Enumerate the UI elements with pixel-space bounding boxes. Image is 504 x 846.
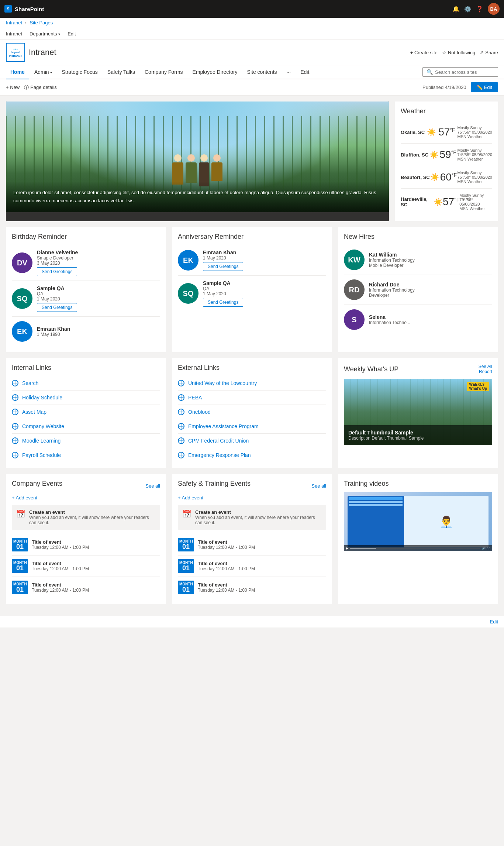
safety-events-see-all[interactable]: See all <box>311 483 326 489</box>
share-btn[interactable]: ↗ Share <box>480 50 498 55</box>
event-title: Title of event <box>32 539 89 545</box>
event-info: Title of event Tuesday 12:00 AM - 1:00 P… <box>198 582 255 593</box>
globe-icon <box>12 423 18 430</box>
nav-intranet[interactable]: Intranet <box>6 30 22 38</box>
edit-page-button[interactable]: ✏️ Edit <box>471 82 498 92</box>
footer-edit[interactable]: Edit <box>490 619 498 625</box>
site-nav-strategic-focus[interactable]: Strategic Focus <box>57 65 102 79</box>
internal-link-item[interactable]: Search <box>12 376 160 391</box>
weather-location-info: Okatie, SC <box>401 130 425 135</box>
site-nav-more[interactable]: ··· <box>282 65 296 79</box>
site-nav-edit[interactable]: Edit <box>296 65 314 79</box>
link-label: Moodle Learning <box>22 438 61 444</box>
link-label: Holiday Schedule <box>22 395 62 400</box>
external-link-item[interactable]: Emergency Response Plan <box>178 448 326 462</box>
send-greetings-btn[interactable]: Send Greetings <box>203 262 243 271</box>
weather-items: Okatie, SC ☀️ 57°F Mostly Sunny 75°/56° … <box>401 121 492 215</box>
link-label: Emergency Response Plan <box>188 452 251 458</box>
external-link-item[interactable]: United Way of the Lowcountry <box>178 376 326 391</box>
company-event-item: Month 01 Title of event Tuesday 12:00 AM… <box>12 577 160 598</box>
external-link-item[interactable]: PEBA <box>178 391 326 405</box>
see-all-link[interactable]: See All <box>479 364 492 369</box>
weather-temp-group: 59°F <box>440 149 456 161</box>
link-label: PEBA <box>188 395 202 400</box>
new-button[interactable]: + New <box>6 85 20 90</box>
event-day: 01 <box>179 565 193 571</box>
event-info: Title of event Tuesday 12:00 AM - 1:00 P… <box>32 561 89 571</box>
not-following-btn[interactable]: ☆ Not following <box>442 50 475 55</box>
hero-image: Lorem ipsum dolor sit amet, consectetur … <box>6 102 389 212</box>
share-icon: ↗ <box>480 50 484 55</box>
sun-icon: ☀️ <box>429 150 439 159</box>
safety-events-header: Safety & Training Events See all <box>178 480 326 492</box>
create-site-btn[interactable]: + Create site <box>410 50 438 55</box>
globe-icon <box>12 380 18 386</box>
internal-link-item[interactable]: Holiday Schedule <box>12 391 160 405</box>
internal-links-card: Internal Links Search Holiday Schedule A… <box>6 358 166 468</box>
safety-events-add[interactable]: + Add event <box>178 495 326 501</box>
send-greetings-btn[interactable]: Send Greetings <box>37 267 77 276</box>
internal-link-item[interactable]: Payroll Schedule <box>12 448 160 462</box>
new-hires-title: New Hires <box>344 233 492 241</box>
globe-icon <box>12 452 18 458</box>
site-nav-site-contents[interactable]: Site contents <box>243 65 282 79</box>
link-label: Search <box>22 380 38 386</box>
svg-text:S: S <box>7 7 9 11</box>
site-nav-safety-talks[interactable]: Safety Talks <box>103 65 139 79</box>
new-hires-list: KW Kat William Information Technology Mo… <box>344 245 492 334</box>
user-avatar[interactable]: BA <box>488 3 500 15</box>
event-time: Tuesday 12:00 AM - 1:00 PM <box>198 545 255 550</box>
external-links-title: External Links <box>178 364 326 372</box>
page-actions-right: Published 4/19/2020 ✏️ Edit <box>422 82 498 92</box>
site-title: Intranet <box>29 48 56 57</box>
event-title: Title of event <box>198 539 255 545</box>
external-link-item[interactable]: CPM Federal Credit Union <box>178 434 326 448</box>
company-events-see-all[interactable]: See all <box>145 483 160 489</box>
create-event-desc: When you add an event, it will show here… <box>29 515 156 525</box>
anniversary-person-item: SQ Sample QA QA 1 May 2020 Send Greeting… <box>178 276 326 311</box>
event-time: Tuesday 12:00 AM - 1:00 PM <box>32 566 89 571</box>
person-info: Emraan Khan 1 May 1990 <box>37 326 160 337</box>
internal-link-item[interactable]: Moodle Learning <box>12 434 160 448</box>
page-details-button[interactable]: ⓘ Page details <box>24 84 57 91</box>
reminders-section: Birthday Reminder DV Dianne Velvetine Sm… <box>6 227 498 352</box>
top-nav: Intranet Departments ▾ Edit <box>0 28 504 40</box>
help-icon[interactable]: ❓ <box>476 6 483 13</box>
nav-edit[interactable]: Edit <box>68 30 76 38</box>
main-content: Lorem ipsum dolor sit amet, consectetur … <box>0 96 504 616</box>
event-day: 01 <box>13 543 27 550</box>
breadcrumb-site-pages[interactable]: Site Pages <box>30 20 53 25</box>
event-day: 01 <box>179 543 193 550</box>
site-nav-company-forms[interactable]: Company Forms <box>140 65 187 79</box>
bell-icon[interactable]: 🔔 <box>452 6 460 13</box>
training-video-thumb[interactable]: 👨‍💼 ▶ 🔊 ⛶ <box>344 492 492 551</box>
nav-departments[interactable]: Departments ▾ <box>30 30 60 38</box>
event-day: 01 <box>179 586 193 593</box>
send-greetings-btn[interactable]: Send Greetings <box>37 303 77 312</box>
site-nav-search-box[interactable]: 🔍 <box>422 67 498 77</box>
site-nav-employee-directory[interactable]: Employee Directory <box>188 65 242 79</box>
external-link-item[interactable]: Employee Assistance Program <box>178 419 326 434</box>
weather-details: Mostly Sunny 74°/58° 05/08/2020 MSN Weat… <box>458 148 492 161</box>
internal-link-item[interactable]: Company Website <box>12 419 160 434</box>
send-greetings-btn[interactable]: Send Greetings <box>203 298 243 307</box>
search-input[interactable] <box>435 69 494 75</box>
top-section: Lorem ipsum dolor sit amet, consectetur … <box>6 102 498 221</box>
report-link[interactable]: Report <box>479 369 492 374</box>
weather-details: Mostly Sunny 75°/58° 05/08/2020 MSN Weat… <box>458 171 492 184</box>
gear-icon[interactable]: ⚙️ <box>464 6 472 13</box>
person-info: Kat William Information Technology Mobil… <box>369 252 492 268</box>
external-link-item[interactable]: Oneblood <box>178 405 326 419</box>
page-actions: + New ⓘ Page details Published 4/19/2020… <box>0 79 504 96</box>
weekly-video-thumb[interactable]: WEEKLYWhat's Up Default Thumbnail Sample… <box>344 379 492 445</box>
internal-link-item[interactable]: Asset Map <box>12 405 160 419</box>
hero-card: Lorem ipsum dolor sit amet, consectetur … <box>6 102 389 221</box>
breadcrumb-intranet[interactable]: Intranet <box>6 20 22 25</box>
new-hire-item: RD Richard Doe Information Technology De… <box>344 275 492 305</box>
globe-icon <box>178 394 184 401</box>
site-nav-admin[interactable]: Admin ▾ <box>30 65 57 79</box>
company-events-add[interactable]: + Add event <box>12 495 160 501</box>
link-label: United Way of the Lowcountry <box>188 380 257 386</box>
site-nav-home[interactable]: Home <box>6 65 29 79</box>
weather-location-info: Beaufort, SC <box>401 175 430 180</box>
